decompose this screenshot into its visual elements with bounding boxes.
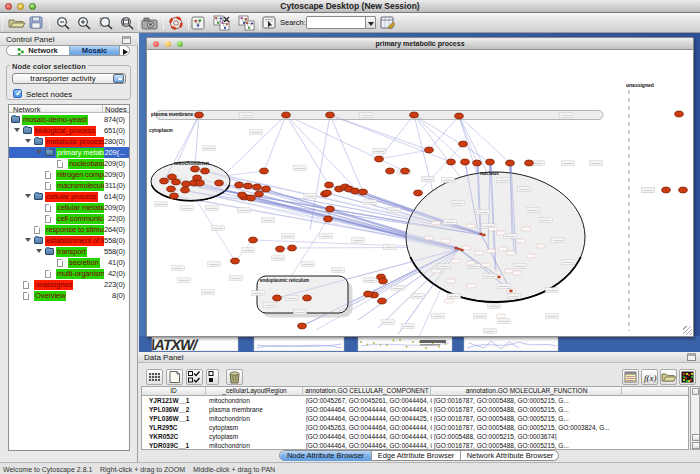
- svg-text:unassigned: unassigned: [626, 82, 654, 88]
- svg-text:cytoplasm: cytoplasm: [149, 128, 173, 133]
- svg-text:f(x): f(x): [644, 373, 657, 383]
- svg-text:\ATXW/: \ATXW/: [149, 336, 200, 352]
- svg-text:endoplasmic reticulum: endoplasmic reticulum: [260, 278, 309, 283]
- svg-text:mitochondrion: mitochondrion: [174, 160, 209, 166]
- svg-text:plasma membrane: plasma membrane: [151, 112, 193, 117]
- svg-text:nucleus: nucleus: [480, 170, 499, 176]
